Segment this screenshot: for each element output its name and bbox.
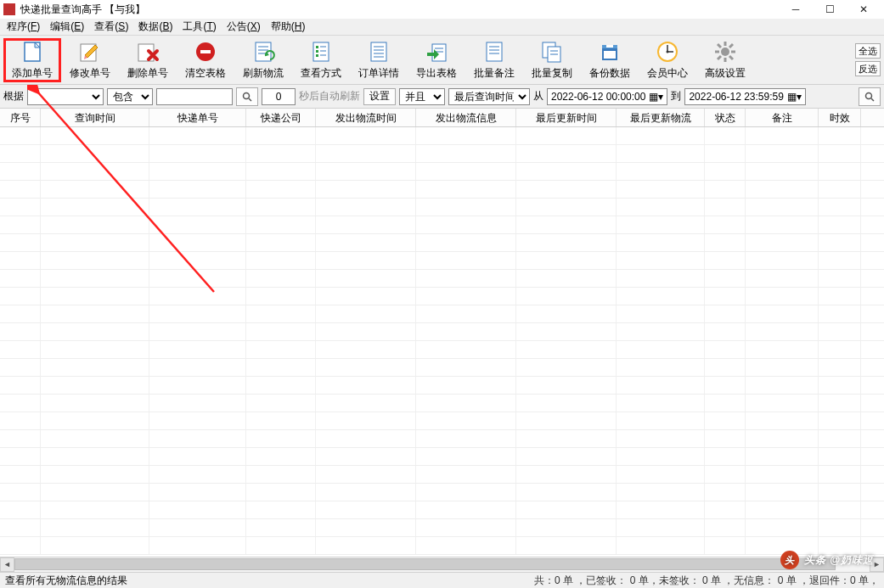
- table-row[interactable]: [0, 466, 884, 484]
- table-row[interactable]: [0, 412, 884, 430]
- batch-remark-button[interactable]: 批量备注: [465, 38, 523, 82]
- close-button[interactable]: ✕: [847, 0, 881, 19]
- scroll-thumb[interactable]: [14, 558, 836, 570]
- table-row[interactable]: [0, 305, 884, 323]
- backup-data-button[interactable]: 备份数据: [581, 38, 639, 82]
- menu-t[interactable]: 工具(T): [177, 18, 221, 36]
- menu-b[interactable]: 数据(B): [133, 18, 177, 36]
- svg-rect-10: [316, 46, 318, 48]
- table-row[interactable]: [0, 377, 884, 395]
- view-mode-button[interactable]: 查看方式: [292, 38, 350, 82]
- add-order-button[interactable]: 添加单号: [3, 38, 61, 82]
- column-header[interactable]: 快递单号: [149, 109, 246, 126]
- menu-s[interactable]: 查看(S): [89, 18, 133, 36]
- table-row[interactable]: [0, 288, 884, 305]
- order-details-button[interactable]: 订单详情: [350, 38, 408, 82]
- table-row[interactable]: [0, 430, 884, 448]
- table-row[interactable]: [0, 199, 884, 216]
- advanced-settings-button[interactable]: 高级设置: [696, 38, 754, 82]
- refresh-seconds-input[interactable]: [262, 88, 296, 105]
- scroll-left-arrow[interactable]: ◄: [0, 557, 14, 572]
- filter-search-button[interactable]: [859, 87, 881, 106]
- table-row[interactable]: [0, 216, 884, 234]
- minimize-button[interactable]: ─: [779, 0, 813, 19]
- member-center-label: 会员中心: [647, 66, 688, 81]
- menu-h[interactable]: 帮助(H): [266, 18, 311, 36]
- status-right: 共：0 单 ，已签收： 0 单，未签收： 0 单 ，无信息： 0 单 ，退回件：…: [534, 574, 879, 588]
- view-mode-icon: [308, 39, 334, 64]
- column-header[interactable]: 发出物流时间: [316, 109, 416, 126]
- refresh-logistics-button[interactable]: 刷新物流: [234, 38, 292, 82]
- select-all-button[interactable]: 全选: [855, 43, 881, 59]
- date-from-input[interactable]: 2022-06-12 00:00:00 ▦▾: [547, 88, 667, 105]
- table-row[interactable]: [0, 163, 884, 181]
- date-to-input[interactable]: 2022-06-12 23:59:59 ▦▾: [684, 88, 805, 105]
- column-header[interactable]: 时效: [819, 109, 861, 126]
- invert-select-button[interactable]: 反选: [855, 61, 881, 76]
- backup-data-label: 备份数据: [589, 66, 630, 81]
- column-header[interactable]: 查询时间: [41, 109, 149, 126]
- table-row[interactable]: [0, 252, 884, 270]
- contains-select[interactable]: 包含: [107, 88, 153, 105]
- calendar-icon: ▦▾: [787, 91, 802, 103]
- batch-copy-button[interactable]: 批量复制: [523, 38, 581, 82]
- table-row[interactable]: [0, 341, 884, 359]
- and-select[interactable]: 并且: [399, 88, 445, 105]
- svg-point-50: [866, 92, 872, 98]
- search-button[interactable]: [236, 87, 258, 106]
- menu-x[interactable]: 公告(X): [222, 18, 266, 36]
- table-row[interactable]: [0, 448, 884, 466]
- search-input[interactable]: [156, 88, 233, 105]
- root-select[interactable]: [27, 88, 104, 105]
- calendar-icon: ▦▾: [649, 91, 663, 103]
- table-row[interactable]: [0, 127, 884, 145]
- toolbar: 添加单号修改单号删除单号清空表格刷新物流查看方式订单详情导出表格批量备注批量复制…: [0, 36, 884, 85]
- edit-order-icon: [77, 39, 103, 64]
- date-from-text: 2022-06-12 00:00:00: [551, 91, 645, 103]
- column-header[interactable]: 最后更新物流: [617, 109, 705, 126]
- delete-order-button[interactable]: 删除单号: [119, 38, 177, 82]
- delete-order-icon: [135, 39, 160, 64]
- table-row[interactable]: [0, 359, 884, 377]
- to-label: 到: [671, 89, 681, 104]
- menu-e[interactable]: 编辑(E): [45, 18, 89, 36]
- svg-rect-4: [200, 50, 211, 53]
- watermark-logo: 头: [780, 551, 799, 569]
- svg-line-51: [871, 98, 874, 101]
- svg-point-48: [244, 92, 250, 98]
- search-icon: [864, 92, 875, 102]
- order-details-label: 订单详情: [358, 66, 399, 81]
- table-row[interactable]: [0, 323, 884, 341]
- table-row[interactable]: [0, 501, 884, 519]
- menu-f[interactable]: 程序(F): [2, 18, 45, 36]
- member-center-button[interactable]: 会员中心: [639, 38, 696, 82]
- table-row[interactable]: [0, 484, 884, 501]
- edit-order-button[interactable]: 修改单号: [61, 38, 119, 82]
- table-row[interactable]: [0, 270, 884, 288]
- column-header[interactable]: 快递公司: [246, 109, 316, 126]
- table-row[interactable]: [0, 537, 884, 555]
- settings-button[interactable]: 设置: [363, 88, 396, 105]
- svg-rect-9: [313, 42, 329, 61]
- scroll-track[interactable]: [14, 557, 870, 572]
- table-row[interactable]: [0, 519, 884, 537]
- table-row[interactable]: [0, 145, 884, 163]
- column-header[interactable]: 序号: [0, 109, 41, 126]
- horizontal-scrollbar[interactable]: ◄ ►: [0, 557, 884, 571]
- column-header[interactable]: 备注: [746, 109, 819, 126]
- svg-line-45: [729, 56, 733, 59]
- column-header[interactable]: 状态: [705, 109, 746, 126]
- column-header[interactable]: 最后更新时间: [516, 109, 617, 126]
- column-header[interactable]: 发出物流信息: [416, 109, 516, 126]
- table-row[interactable]: [0, 395, 884, 412]
- svg-line-47: [718, 56, 721, 59]
- clear-table-button[interactable]: 清空表格: [177, 38, 234, 82]
- last-query-select[interactable]: 最后查询时间: [448, 88, 530, 105]
- svg-line-46: [729, 44, 733, 48]
- add-order-icon: [20, 39, 45, 64]
- export-table-button[interactable]: 导出表格: [408, 38, 465, 82]
- table-row[interactable]: [0, 234, 884, 252]
- table-row[interactable]: [0, 181, 884, 199]
- maximize-button[interactable]: ☐: [813, 0, 847, 19]
- refresh-logistics-label: 刷新物流: [243, 66, 284, 81]
